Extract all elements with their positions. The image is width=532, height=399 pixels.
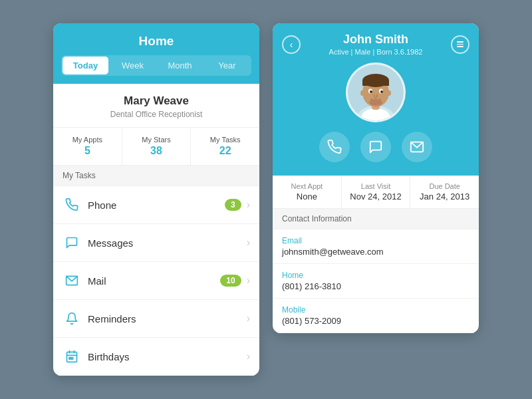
task-messages-label: Messages [88,237,247,249]
email-label: Email [282,236,469,245]
left-panel: Home Today Week Month Year Mary Weave De… [53,23,259,376]
appt-next-value: None [278,192,336,201]
appt-last: Last Visit Nov 24, 2012 [342,176,411,208]
appt-last-value: Nov 24, 2012 [347,192,405,201]
profile-top-bar: ‹ John Smith Active | Male | Born 3.6.19… [282,33,469,56]
mail-icon [63,271,81,290]
task-phone-label: Phone [88,200,225,211]
contact-section-header: Contact Information [273,209,479,229]
stat-stars: My Stars 38 [122,128,192,165]
profile-header: ‹ John Smith Active | Male | Born 3.6.19… [273,23,479,176]
stat-tasks: My Tasks 22 [191,128,259,165]
calendar-icon [63,347,81,366]
reminders-chevron: › [247,313,250,325]
svg-rect-6 [71,358,73,360]
phone-badge: 3 [225,199,241,211]
avatar [346,63,406,122]
task-row-mail[interactable]: Mail 10 › [53,262,259,300]
appt-row: Next Appt None Last Visit Nov 24, 2012 D… [273,176,479,209]
appt-next-label: Next Appt [278,182,336,190]
tab-month[interactable]: Month [157,57,203,74]
svg-rect-1 [67,352,77,362]
task-birthdays-label: Birthdays [88,351,247,362]
user-section: Mary Weave Dental Office Receptionist [53,84,259,128]
task-row-birthdays[interactable]: Birthdays › [53,338,259,376]
panel-title: Home [61,34,251,49]
stat-appts: My Appts 5 [53,128,122,165]
user-name: Mary Weave [61,94,251,108]
svg-point-18 [360,90,364,96]
menu-line-3 [457,46,464,47]
mail-chevron: › [247,275,250,287]
phone-icon [63,196,81,214]
appt-next: Next Appt None [273,176,342,208]
tasks-section-header: My Tasks [53,166,259,186]
task-reminders-label: Reminders [88,313,247,325]
tab-year[interactable]: Year [204,57,250,74]
birthdays-chevron: › [247,350,250,362]
contact-mobile: Mobile (801) 573-2009 [273,299,479,333]
messages-chevron: › [247,237,250,249]
svg-point-16 [370,90,372,93]
stat-tasks-value: 22 [196,145,254,157]
mobile-label: Mobile [282,305,469,315]
home-label: Home [282,271,469,280]
stat-stars-value: 38 [128,145,186,157]
stat-stars-label: My Stars [128,136,186,144]
right-panel: ‹ John Smith Active | Male | Born 3.6.19… [273,23,479,333]
profile-status: Active | Male | Born 3.6.1982 [301,48,451,56]
svg-point-17 [380,90,383,93]
panel-header: Home Today Week Month Year [53,23,259,84]
svg-point-20 [369,99,382,106]
appt-due-label: Due Date [416,182,473,190]
message-icon [63,233,81,252]
user-role: Dental Office Receptionist [61,110,251,119]
avatar-area [282,63,469,122]
contact-email: Email johnsmith@getweave.com [273,229,479,264]
tab-today[interactable]: Today [63,57,108,74]
menu-button[interactable] [451,35,469,54]
appt-due-value: Jan 24, 2013 [416,192,473,201]
home-value: (801) 216-3810 [282,281,469,291]
call-action-button[interactable] [319,132,350,162]
svg-point-19 [387,90,391,96]
mail-action-button[interactable] [402,132,432,162]
bell-icon [63,309,81,328]
stat-appts-value: 5 [59,145,116,157]
email-value: johnsmith@getweave.com [282,247,469,257]
svg-rect-5 [69,358,71,360]
task-row-phone[interactable]: Phone 3 › [53,186,259,224]
appt-last-label: Last Visit [347,182,405,190]
profile-name-center: John Smith Active | Male | Born 3.6.1982 [301,33,451,56]
avatar-svg [348,65,404,120]
mobile-value: (801) 573-2009 [282,316,469,326]
phone-chevron: › [247,199,250,211]
task-mail-label: Mail [88,275,220,287]
appt-due: Due Date Jan 24, 2013 [410,176,479,208]
stat-appts-label: My Appts [59,136,116,144]
svg-rect-13 [362,80,389,86]
message-action-button[interactable] [360,132,391,162]
task-row-messages[interactable]: Messages › [53,224,259,262]
tab-bar: Today Week Month Year [61,55,251,76]
task-row-reminders[interactable]: Reminders › [53,300,259,338]
profile-name: John Smith [301,33,451,47]
menu-line-2 [457,44,464,45]
action-buttons [282,132,469,162]
back-button[interactable]: ‹ [282,35,301,54]
contact-home: Home (801) 216-3810 [273,264,479,299]
stats-row: My Appts 5 My Stars 38 My Tasks 22 [53,128,259,166]
tab-week[interactable]: Week [110,57,156,74]
menu-line-1 [457,41,464,43]
stat-tasks-label: My Tasks [196,136,254,144]
mail-badge: 10 [220,275,241,287]
